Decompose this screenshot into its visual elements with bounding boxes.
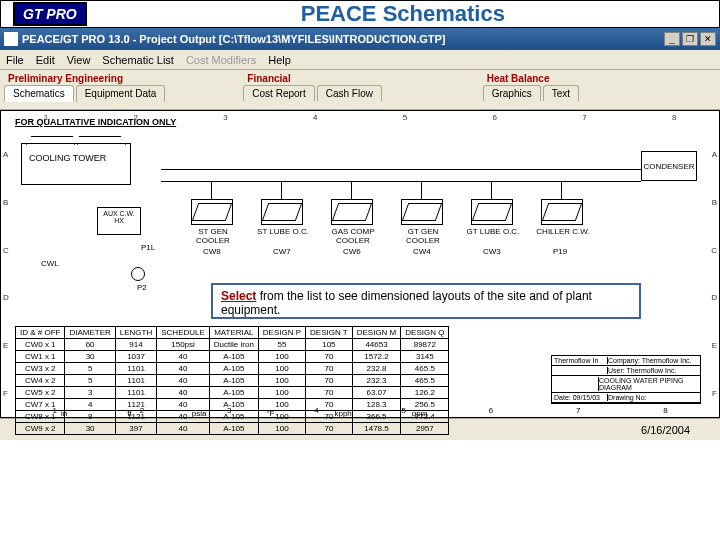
menu-file[interactable]: File — [6, 54, 24, 66]
pump-p2-symbol — [131, 267, 145, 281]
tab-cost-report[interactable]: Cost Report — [243, 85, 314, 101]
table-row: CW9 x 23039740A-105100701478.52957 — [16, 423, 449, 435]
ruler-top: 12345678 — [1, 113, 719, 125]
label-gas-comp-cooler: GAS COMP COOLER — [325, 227, 381, 245]
pipe-data-table: ID & # OFFDIAMETERLENGTHSCHEDULEMATERIAL… — [15, 326, 449, 435]
tab-groups: Preliminary Engineering Schematics Equip… — [0, 70, 720, 110]
schematic-canvas: FOR QUALITATIVE INDICATION ONLY 12345678… — [0, 110, 720, 418]
drawing-info-box: Thermoflow InCompany: Thermoflow Inc. Us… — [551, 355, 701, 404]
menu-edit[interactable]: Edit — [36, 54, 55, 66]
ruler-right: ABCDEF — [707, 131, 717, 417]
unit-st-lube-oc — [261, 199, 303, 225]
tag-cwl: CWL — [41, 259, 59, 268]
label-chiller-cw: CHILLER C.W. — [535, 227, 591, 236]
tag-cw8: CW8 — [203, 247, 221, 256]
minimize-button[interactable]: _ — [664, 32, 680, 46]
aux-hx-symbol: AUX C.W. HX — [97, 207, 141, 235]
hint-text: from the list to see dimensioned layouts… — [221, 289, 592, 317]
label-gt-lube-oc: GT LUBE O.C. — [465, 227, 521, 236]
table-row: CW5 x 23110140A-1051007063.07126.2 — [16, 387, 449, 399]
unit-gt-lube-oc — [471, 199, 513, 225]
close-button[interactable]: ✕ — [700, 32, 716, 46]
footer-date: 6/16/2004 — [641, 424, 690, 436]
tag-cw6: CW6 — [343, 247, 361, 256]
group-preliminary-label: Preliminary Engineering — [4, 72, 237, 85]
table-header-row: ID & # OFFDIAMETERLENGTHSCHEDULEMATERIAL… — [16, 327, 449, 339]
tag-cw7: CW7 — [273, 247, 291, 256]
bus-line-bottom — [161, 181, 641, 182]
menu-help[interactable]: Help — [268, 54, 291, 66]
cooling-tower-label: COOLING TOWER — [29, 153, 106, 163]
tag-p1l: P1L — [141, 243, 155, 252]
maximize-button[interactable]: ❐ — [682, 32, 698, 46]
menu-view[interactable]: View — [67, 54, 91, 66]
tag-cw4: CW4 — [413, 247, 431, 256]
window-titlebar: PEACE/GT PRO 13.0 - Project Output [C:\T… — [0, 28, 720, 50]
group-heat-balance-label: Heat Balance — [483, 72, 716, 85]
hint-bold: Select — [221, 289, 256, 303]
menubar: File Edit View Schematic List Cost Modif… — [0, 50, 720, 70]
ruler-left: ABCDEF — [3, 131, 13, 417]
unit-gas-comp-cooler — [331, 199, 373, 225]
tab-text[interactable]: Text — [543, 85, 579, 101]
menu-cost-modifiers[interactable]: Cost Modifiers — [186, 54, 256, 66]
tab-schematics[interactable]: Schematics — [4, 85, 74, 102]
tab-equipment-data[interactable]: Equipment Data — [76, 85, 166, 102]
table-row: CW3 x 25110140A-10510070232.8465.5 — [16, 363, 449, 375]
menu-schematic-list[interactable]: Schematic List — [102, 54, 174, 66]
gt-pro-badge: GT PRO — [13, 2, 87, 26]
unit-st-gen-cooler — [191, 199, 233, 225]
banner-title: PEACE Schematics — [87, 1, 719, 27]
unit-chiller-cw — [541, 199, 583, 225]
tag-cw3: CW3 — [483, 247, 501, 256]
app-icon — [4, 32, 18, 46]
ruler-bottom: 12345678 — [11, 406, 709, 415]
top-banner: GT PRO PEACE Schematics — [0, 0, 720, 28]
table-row: CW1 x 130103740A-105100701572.23145 — [16, 351, 449, 363]
hint-callout: Select from the list to see dimensioned … — [211, 283, 641, 319]
label-st-lube-oc: ST LUBE O.C. — [255, 227, 311, 236]
table-row: CW4 x 25110140A-10510070232.3465.5 — [16, 375, 449, 387]
bus-line-top — [161, 169, 641, 170]
window-title: PEACE/GT PRO 13.0 - Project Output [C:\T… — [22, 33, 664, 45]
cooling-tower-symbol — [21, 143, 131, 185]
tag-p2: P2 — [137, 283, 147, 292]
tag-p19: P19 — [553, 247, 567, 256]
label-gt-gen-cooler: GT GEN COOLER — [395, 227, 451, 245]
table-row: CW0 x 160914150psiDuctile iron5510544653… — [16, 339, 449, 351]
unit-gt-gen-cooler — [401, 199, 443, 225]
tab-cash-flow[interactable]: Cash Flow — [317, 85, 382, 101]
tab-graphics[interactable]: Graphics — [483, 85, 541, 101]
label-st-gen-cooler: ST GEN COOLER — [185, 227, 241, 245]
group-financial-label: Financial — [243, 72, 476, 85]
condenser-symbol: CONDENSER — [641, 151, 697, 181]
